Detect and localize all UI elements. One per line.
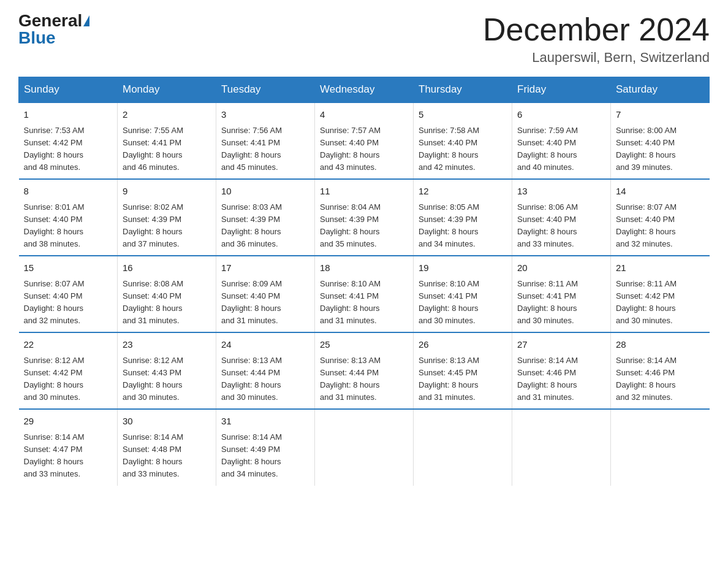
day-info: Sunrise: 8:05 AMSunset: 4:39 PMDaylight:… bbox=[419, 201, 507, 251]
calendar-cell: 18Sunrise: 8:10 AMSunset: 4:41 PMDayligh… bbox=[315, 256, 414, 332]
calendar-cell bbox=[414, 409, 512, 485]
weekday-header-sunday: Sunday bbox=[19, 77, 118, 103]
day-info: Sunrise: 8:12 AMSunset: 4:43 PMDaylight:… bbox=[123, 354, 211, 404]
calendar-cell bbox=[315, 409, 414, 485]
day-number: 22 bbox=[24, 338, 113, 352]
day-info: Sunrise: 8:11 AMSunset: 4:41 PMDaylight:… bbox=[517, 278, 605, 327]
calendar-cell: 8Sunrise: 8:01 AMSunset: 4:40 PMDaylight… bbox=[19, 179, 118, 256]
day-number: 2 bbox=[123, 108, 211, 122]
calendar-cell: 16Sunrise: 8:08 AMSunset: 4:40 PMDayligh… bbox=[118, 256, 216, 332]
calendar-cell: 28Sunrise: 8:14 AMSunset: 4:46 PMDayligh… bbox=[611, 332, 710, 409]
calendar-cell: 26Sunrise: 8:13 AMSunset: 4:45 PMDayligh… bbox=[414, 332, 512, 409]
calendar-cell: 12Sunrise: 8:05 AMSunset: 4:39 PMDayligh… bbox=[414, 179, 512, 256]
day-number: 12 bbox=[419, 185, 507, 199]
day-number: 20 bbox=[517, 261, 605, 275]
calendar-cell: 22Sunrise: 8:12 AMSunset: 4:42 PMDayligh… bbox=[19, 332, 118, 409]
day-info: Sunrise: 7:53 AMSunset: 4:42 PMDaylight:… bbox=[24, 124, 113, 174]
day-number: 3 bbox=[221, 108, 309, 122]
calendar-cell: 3Sunrise: 7:56 AMSunset: 4:41 PMDaylight… bbox=[216, 102, 315, 179]
day-info: Sunrise: 7:55 AMSunset: 4:41 PMDaylight:… bbox=[123, 124, 211, 174]
calendar-table: SundayMondayTuesdayWednesdayThursdayFrid… bbox=[18, 77, 710, 485]
day-info: Sunrise: 8:11 AMSunset: 4:42 PMDaylight:… bbox=[616, 278, 705, 327]
weekday-header-row: SundayMondayTuesdayWednesdayThursdayFrid… bbox=[19, 77, 710, 103]
day-info: Sunrise: 8:14 AMSunset: 4:48 PMDaylight:… bbox=[123, 431, 211, 481]
day-info: Sunrise: 7:56 AMSunset: 4:41 PMDaylight:… bbox=[221, 124, 309, 174]
day-number: 30 bbox=[123, 415, 211, 429]
logo-general-text: General bbox=[18, 12, 82, 29]
calendar-cell: 1Sunrise: 7:53 AMSunset: 4:42 PMDaylight… bbox=[19, 102, 118, 179]
day-info: Sunrise: 8:10 AMSunset: 4:41 PMDaylight:… bbox=[419, 278, 507, 327]
calendar-cell: 24Sunrise: 8:13 AMSunset: 4:44 PMDayligh… bbox=[216, 332, 315, 409]
day-info: Sunrise: 8:09 AMSunset: 4:40 PMDaylight:… bbox=[221, 278, 309, 327]
calendar-cell: 7Sunrise: 8:00 AMSunset: 4:40 PMDaylight… bbox=[611, 102, 710, 179]
weekday-header-thursday: Thursday bbox=[414, 77, 512, 103]
day-number: 17 bbox=[221, 261, 309, 275]
day-number: 8 bbox=[24, 185, 113, 199]
day-number: 19 bbox=[419, 261, 507, 275]
day-info: Sunrise: 8:00 AMSunset: 4:40 PMDaylight:… bbox=[616, 124, 705, 174]
day-info: Sunrise: 8:13 AMSunset: 4:45 PMDaylight:… bbox=[419, 354, 507, 404]
calendar-cell: 6Sunrise: 7:59 AMSunset: 4:40 PMDaylight… bbox=[512, 102, 611, 179]
month-title: December 2024 bbox=[483, 12, 710, 47]
calendar-cell: 13Sunrise: 8:06 AMSunset: 4:40 PMDayligh… bbox=[512, 179, 611, 256]
day-info: Sunrise: 8:14 AMSunset: 4:47 PMDaylight:… bbox=[24, 431, 113, 481]
day-info: Sunrise: 8:03 AMSunset: 4:39 PMDaylight:… bbox=[221, 201, 309, 251]
day-number: 26 bbox=[419, 338, 507, 352]
calendar-cell: 20Sunrise: 8:11 AMSunset: 4:41 PMDayligh… bbox=[512, 256, 611, 332]
calendar-cell: 10Sunrise: 8:03 AMSunset: 4:39 PMDayligh… bbox=[216, 179, 315, 256]
logo-triangle-icon bbox=[83, 15, 89, 26]
day-info: Sunrise: 8:07 AMSunset: 4:40 PMDaylight:… bbox=[24, 278, 113, 327]
day-number: 4 bbox=[320, 108, 408, 122]
day-number: 23 bbox=[123, 338, 211, 352]
calendar-cell: 17Sunrise: 8:09 AMSunset: 4:40 PMDayligh… bbox=[216, 256, 315, 332]
day-number: 10 bbox=[221, 185, 309, 199]
calendar-cell: 2Sunrise: 7:55 AMSunset: 4:41 PMDaylight… bbox=[118, 102, 216, 179]
calendar-cell: 29Sunrise: 8:14 AMSunset: 4:47 PMDayligh… bbox=[19, 409, 118, 485]
day-info: Sunrise: 8:07 AMSunset: 4:40 PMDaylight:… bbox=[616, 201, 705, 251]
calendar-cell: 21Sunrise: 8:11 AMSunset: 4:42 PMDayligh… bbox=[611, 256, 710, 332]
day-number: 25 bbox=[320, 338, 408, 352]
day-number: 11 bbox=[320, 185, 408, 199]
day-number: 9 bbox=[123, 185, 211, 199]
day-info: Sunrise: 8:14 AMSunset: 4:46 PMDaylight:… bbox=[517, 354, 605, 404]
calendar-cell bbox=[611, 409, 710, 485]
day-number: 1 bbox=[24, 108, 113, 122]
calendar-cell: 31Sunrise: 8:14 AMSunset: 4:49 PMDayligh… bbox=[216, 409, 315, 485]
day-info: Sunrise: 8:13 AMSunset: 4:44 PMDaylight:… bbox=[221, 354, 309, 404]
calendar-cell: 19Sunrise: 8:10 AMSunset: 4:41 PMDayligh… bbox=[414, 256, 512, 332]
day-info: Sunrise: 8:14 AMSunset: 4:46 PMDaylight:… bbox=[616, 354, 705, 404]
calendar-week-row: 29Sunrise: 8:14 AMSunset: 4:47 PMDayligh… bbox=[19, 409, 710, 485]
day-number: 28 bbox=[616, 338, 705, 352]
calendar-week-row: 8Sunrise: 8:01 AMSunset: 4:40 PMDaylight… bbox=[19, 179, 710, 256]
day-info: Sunrise: 8:14 AMSunset: 4:49 PMDaylight:… bbox=[221, 431, 309, 481]
page-header: General Blue December 2024 Lauperswil, B… bbox=[18, 12, 710, 66]
logo-blue-text: Blue bbox=[18, 29, 56, 47]
day-number: 15 bbox=[24, 261, 113, 275]
day-number: 14 bbox=[616, 185, 705, 199]
calendar-cell: 23Sunrise: 8:12 AMSunset: 4:43 PMDayligh… bbox=[118, 332, 216, 409]
weekday-header-friday: Friday bbox=[512, 77, 611, 103]
weekday-header-tuesday: Tuesday bbox=[216, 77, 315, 103]
calendar-cell: 14Sunrise: 8:07 AMSunset: 4:40 PMDayligh… bbox=[611, 179, 710, 256]
day-info: Sunrise: 8:02 AMSunset: 4:39 PMDaylight:… bbox=[123, 201, 211, 251]
day-info: Sunrise: 8:01 AMSunset: 4:40 PMDaylight:… bbox=[24, 201, 113, 251]
day-info: Sunrise: 8:06 AMSunset: 4:40 PMDaylight:… bbox=[517, 201, 605, 251]
day-info: Sunrise: 7:57 AMSunset: 4:40 PMDaylight:… bbox=[320, 124, 408, 174]
day-number: 16 bbox=[123, 261, 211, 275]
day-info: Sunrise: 8:13 AMSunset: 4:44 PMDaylight:… bbox=[320, 354, 408, 404]
day-info: Sunrise: 8:08 AMSunset: 4:40 PMDaylight:… bbox=[123, 278, 211, 327]
day-number: 7 bbox=[616, 108, 705, 122]
day-number: 13 bbox=[517, 185, 605, 199]
calendar-cell: 9Sunrise: 8:02 AMSunset: 4:39 PMDaylight… bbox=[118, 179, 216, 256]
day-number: 5 bbox=[419, 108, 507, 122]
day-number: 6 bbox=[517, 108, 605, 122]
calendar-cell: 11Sunrise: 8:04 AMSunset: 4:39 PMDayligh… bbox=[315, 179, 414, 256]
calendar-cell: 4Sunrise: 7:57 AMSunset: 4:40 PMDaylight… bbox=[315, 102, 414, 179]
calendar-cell: 25Sunrise: 8:13 AMSunset: 4:44 PMDayligh… bbox=[315, 332, 414, 409]
day-number: 31 bbox=[221, 415, 309, 429]
calendar-cell: 15Sunrise: 8:07 AMSunset: 4:40 PMDayligh… bbox=[19, 256, 118, 332]
day-number: 21 bbox=[616, 261, 705, 275]
logo: General Blue bbox=[18, 12, 89, 47]
calendar-cell: 27Sunrise: 8:14 AMSunset: 4:46 PMDayligh… bbox=[512, 332, 611, 409]
weekday-header-wednesday: Wednesday bbox=[315, 77, 414, 103]
